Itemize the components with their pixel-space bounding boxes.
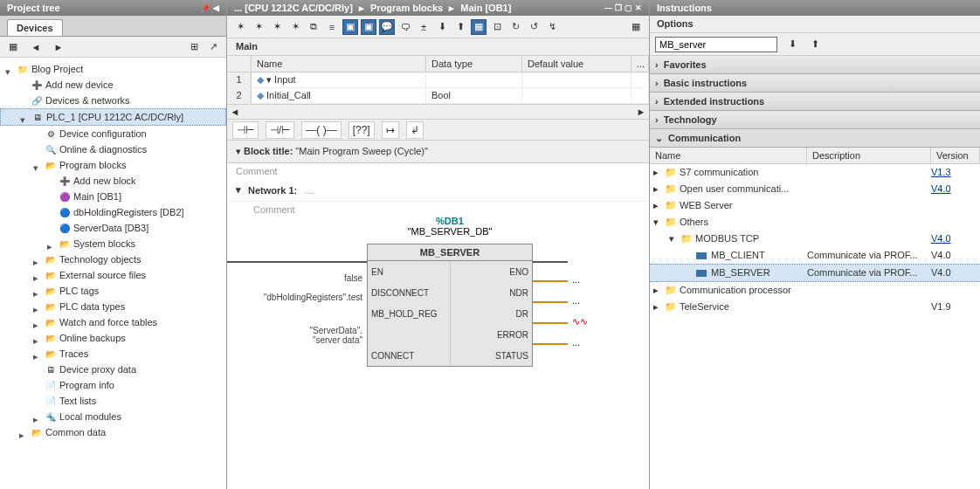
tb-icon[interactable]: ✶ bbox=[232, 19, 248, 35]
input-connect-a[interactable]: "ServerData". bbox=[280, 326, 362, 335]
tree-item[interactable]: 📂Watch and force tables bbox=[0, 314, 226, 330]
tree-item[interactable]: 📂System blocks bbox=[0, 236, 226, 251]
tree-item[interactable]: ➕Add new block bbox=[0, 173, 226, 189]
export-icon[interactable]: ↗ bbox=[205, 39, 221, 55]
tri-down-icon[interactable]: ▾ bbox=[236, 146, 241, 156]
fb-output-port[interactable]: NDR bbox=[451, 282, 532, 303]
hdr-name[interactable]: Name bbox=[650, 148, 807, 163]
network-header[interactable]: ▾ Network 1: .... bbox=[227, 179, 649, 202]
tb-icon[interactable]: 🗨 bbox=[397, 19, 413, 35]
tb-icon[interactable]: ⬇ bbox=[434, 19, 450, 35]
network-body[interactable]: %DB1 "MB_SERVER_DB" MB_SERVER ENDISCONNE… bbox=[227, 217, 649, 392]
tri-icon[interactable]: ▾ bbox=[669, 231, 678, 246]
tri-icon[interactable]: ▸ bbox=[653, 300, 662, 314]
block-title-row[interactable]: ▾ Block title: "Main Program Sweep (Cycl… bbox=[227, 141, 649, 163]
input-holdreg[interactable]: "dbHoldingRegisters".test bbox=[253, 293, 362, 302]
grid-row[interactable]: 1◆ ▾ Input bbox=[227, 72, 649, 88]
tri-right-icon[interactable] bbox=[47, 239, 56, 248]
inst-version[interactable]: V4.0 bbox=[931, 248, 980, 263]
inst-row[interactable]: ▸📁WEB Server bbox=[650, 197, 980, 214]
coil-icon[interactable]: —( )— bbox=[301, 121, 341, 139]
fb-output-port[interactable]: STATUS bbox=[451, 345, 532, 366]
tb-icon[interactable]: ✶ bbox=[269, 19, 285, 35]
tree-item[interactable]: 🔵ServerData [DB3] bbox=[0, 220, 226, 236]
crumb-main[interactable]: Main [OB1] bbox=[460, 3, 511, 13]
cat-row[interactable]: ›Favorites bbox=[650, 56, 980, 74]
tb-icon[interactable]: ▣ bbox=[361, 19, 376, 35]
tri-icon[interactable] bbox=[685, 265, 694, 280]
tb-icon[interactable]: ✶ bbox=[251, 19, 266, 35]
tree-item[interactable]: 🔩Local modules bbox=[0, 409, 226, 424]
minimize-icon[interactable]: — bbox=[604, 3, 612, 12]
fb-input-port[interactable]: DISCONNECT bbox=[368, 282, 450, 303]
tri-right-icon[interactable] bbox=[33, 302, 42, 311]
grid-icon[interactable]: ⊞ bbox=[186, 39, 202, 55]
fwd-icon[interactable]: ► bbox=[51, 39, 66, 55]
tb-icon[interactable]: 💬 bbox=[379, 19, 395, 35]
inst-version[interactable]: V1.9 bbox=[931, 300, 980, 314]
tb-icon[interactable]: ▦ bbox=[628, 19, 644, 35]
tb-icon[interactable]: ⬆ bbox=[452, 19, 468, 35]
tb-icon[interactable]: ⊡ bbox=[489, 19, 505, 35]
scroll-right-icon[interactable]: ► bbox=[633, 107, 649, 117]
tree-item[interactable]: 🟣Main [OB1] bbox=[0, 189, 226, 204]
tri-down-icon[interactable] bbox=[5, 65, 14, 73]
restore-icon[interactable]: ❐ bbox=[615, 3, 622, 12]
inst-version[interactable] bbox=[931, 215, 980, 230]
pin-icon[interactable]: 📌 bbox=[201, 3, 210, 12]
tri-icon[interactable] bbox=[685, 248, 694, 263]
cat-communication[interactable]: ⌄ Communication bbox=[650, 129, 980, 148]
tri-down-icon[interactable]: ▾ bbox=[236, 184, 241, 196]
inst-row[interactable]: ▸📁TeleServiceV1.9 bbox=[650, 299, 980, 315]
cat-row[interactable]: ›Basic instructions bbox=[650, 74, 980, 93]
input-false[interactable]: false bbox=[319, 273, 362, 283]
tree-item[interactable]: 📂External source files bbox=[0, 267, 226, 283]
input-connect-b[interactable]: "server data" bbox=[280, 335, 362, 345]
tri-icon[interactable]: ▸ bbox=[653, 165, 662, 180]
inst-version[interactable]: V4.0 bbox=[931, 231, 980, 246]
fb-input-port[interactable]: MB_HOLD_REG bbox=[368, 303, 450, 324]
contact-no-icon[interactable]: ⊣⊢ bbox=[232, 121, 259, 139]
tri-icon[interactable]: ▾ bbox=[653, 215, 662, 230]
tree-item[interactable]: 📂Technology objects bbox=[0, 251, 226, 267]
tree-item[interactable]: 🖥Device proxy data bbox=[0, 362, 226, 377]
fb-input-port[interactable]: EN bbox=[368, 261, 450, 282]
hdr-desc[interactable]: Description bbox=[807, 148, 931, 163]
hdr-ver[interactable]: Version bbox=[931, 148, 980, 163]
search-down-icon[interactable]: ⬇ bbox=[784, 37, 800, 52]
search-up-icon[interactable]: ⬆ bbox=[807, 37, 823, 52]
tree-item[interactable]: 📂PLC data types bbox=[0, 299, 226, 314]
tri-right-icon[interactable] bbox=[33, 412, 42, 421]
tri-icon[interactable]: ▸ bbox=[653, 182, 662, 196]
tb-icon[interactable]: ↺ bbox=[526, 19, 542, 35]
fb-input-port[interactable]: CONNECT bbox=[368, 345, 450, 366]
crumb-pb[interactable]: Program blocks bbox=[370, 3, 443, 13]
h-scrollbar[interactable]: ◄ ► bbox=[227, 104, 649, 120]
inst-version[interactable]: V1.3 bbox=[931, 165, 980, 180]
box-icon[interactable]: [??] bbox=[349, 121, 375, 139]
tri-right-icon[interactable] bbox=[33, 255, 42, 264]
tab-devices[interactable]: Devices bbox=[7, 19, 63, 36]
jump-icon[interactable]: ↲ bbox=[406, 121, 424, 139]
inst-row[interactable]: ▸📁S7 communicationV1.3 bbox=[650, 164, 980, 181]
inst-version[interactable]: V4.0 bbox=[931, 182, 980, 196]
tri-right-icon[interactable] bbox=[33, 286, 42, 295]
tri-down-icon[interactable] bbox=[20, 113, 29, 121]
tri-right-icon[interactable] bbox=[33, 271, 42, 279]
add-icon[interactable]: ▦ bbox=[5, 39, 21, 55]
tb-icon[interactable]: ▣ bbox=[342, 19, 358, 35]
inst-version[interactable] bbox=[931, 198, 980, 213]
fb-output-port[interactable]: ENO bbox=[451, 261, 532, 282]
tree-item[interactable]: 📂Common data bbox=[0, 424, 226, 440]
inst-row[interactable]: MB_CLIENTCommunicate via PROF...V4.0 bbox=[650, 247, 980, 264]
inst-row[interactable]: ▸📁Communication processor bbox=[650, 282, 980, 299]
tree-item[interactable]: 🔵dbHoldingRegisters [DB2] bbox=[0, 204, 226, 220]
scroll-left-icon[interactable]: ◄ bbox=[227, 107, 243, 117]
tree-item[interactable]: 📂Program blocks bbox=[0, 157, 226, 173]
inst-version[interactable] bbox=[931, 283, 980, 298]
tb-icon[interactable]: ↯ bbox=[544, 19, 560, 35]
tb-icon[interactable]: ≡ bbox=[324, 19, 340, 35]
inst-row[interactable]: ▾📁Others bbox=[650, 214, 980, 231]
tree-item[interactable]: 📄Text lists bbox=[0, 393, 226, 409]
tree-item[interactable]: 🖥PLC_1 [CPU 1212C AC/DC/Rly] bbox=[0, 108, 226, 126]
